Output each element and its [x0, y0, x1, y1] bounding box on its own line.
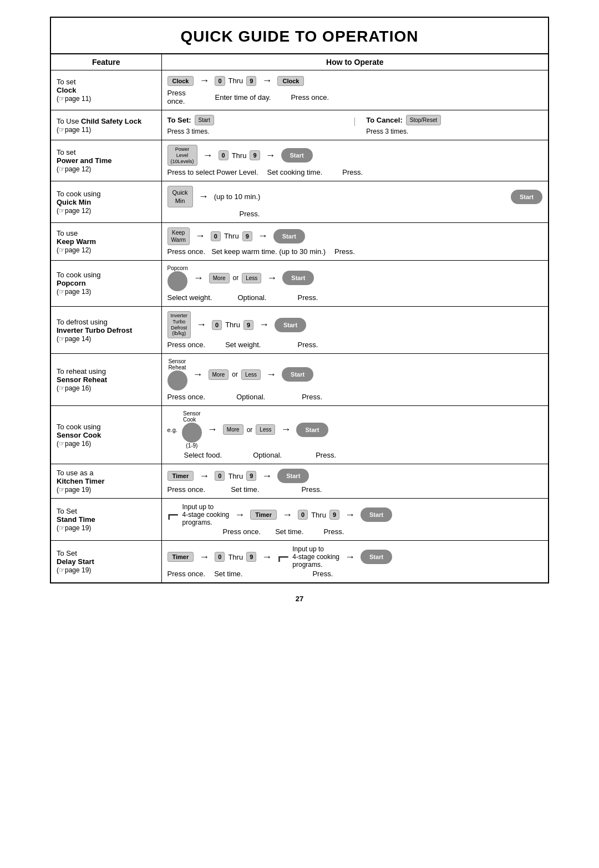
clock-button-1[interactable]: Clock	[167, 76, 194, 86]
start-button-stand[interactable]: Start	[361, 507, 392, 522]
timer-button-delay[interactable]: Timer	[167, 552, 194, 562]
optional-popcorn: Optional.	[237, 293, 266, 302]
zero-box-warm: 0	[211, 231, 221, 241]
feature-name-inverter: Inverter Turbo Defrost	[57, 326, 132, 334]
or-text-cook: or	[247, 426, 253, 434]
sensor-cook-label: SensorCook	[183, 410, 201, 423]
arrow-icon-delay3: →	[345, 551, 355, 563]
press-once-warm: Press once.	[167, 247, 206, 256]
kitchen-timer-line: Timer → 0 Thru 9 → Start	[167, 469, 543, 483]
less-button-reheat[interactable]: Less	[241, 369, 261, 380]
sensor-cook-line: e.g. SensorCook (1-9) → More or Less → S…	[167, 410, 543, 449]
page-ref-cook: (☞page 16)	[57, 440, 91, 448]
arrow-icon-2: →	[262, 75, 272, 87]
less-button-cook[interactable]: Less	[256, 424, 275, 435]
press-once-timer: Press once.	[167, 485, 206, 494]
power-time-line: PowerLevel(10Levels) → 0 Thru 9 → Start	[167, 145, 543, 166]
popcorn-button-group: Popcorn	[167, 265, 188, 291]
feature-prefix-child: To Use	[57, 117, 81, 125]
press-power: Press.	[342, 168, 363, 176]
start-button-reheat[interactable]: Start	[282, 367, 313, 382]
feature-name-cook: Sensor Cook	[57, 431, 101, 439]
table-row: To reheat using Sensor Reheat (☞page 16)…	[50, 354, 549, 406]
arrow-icon-reheat2: →	[266, 369, 276, 380]
inverter-button[interactable]: InverterTurboDefrost(lb/kg)	[167, 311, 191, 338]
start-button-popcorn[interactable]: Start	[282, 271, 314, 285]
quick-min-line: QuickMin → (up to 10 min.) Start	[167, 186, 543, 207]
feature-name-clock: Clock	[57, 86, 76, 94]
nine-box-stand: 9	[329, 510, 339, 520]
page-ref-delay: (☞page 19)	[57, 566, 91, 574]
press-once-stand: Press once.	[223, 527, 261, 536]
feature-name-warm: Keep Warm	[57, 237, 96, 246]
clock-button-2[interactable]: Clock	[277, 76, 304, 86]
feature-prefix-inverter: To defrost using	[57, 318, 108, 326]
sensor-reheat-button[interactable]	[167, 370, 187, 390]
start-button-delay[interactable]: Start	[361, 550, 392, 564]
input-up-to-delay: Input up to4-stage cookingprograms.	[292, 545, 339, 568]
thru-text-inverter: Thru	[225, 321, 240, 329]
arrow-icon-timer: →	[199, 470, 209, 482]
start-button-power[interactable]: Start	[281, 148, 313, 163]
press-once-inverter: Press once.	[167, 341, 206, 349]
how-power-time: PowerLevel(10Levels) → 0 Thru 9 → Start …	[161, 140, 549, 181]
popcorn-button[interactable]	[167, 271, 187, 291]
enter-time: Enter time of day.	[215, 93, 271, 101]
col-header-feature: Feature	[50, 54, 161, 70]
how-sensor-cook: e.g. SensorCook (1-9) → More or Less → S…	[161, 406, 549, 464]
quick-min-button[interactable]: QuickMin	[167, 186, 193, 207]
sensor-cook-button[interactable]	[182, 423, 202, 443]
less-button-popcorn[interactable]: Less	[242, 273, 261, 283]
stand-time-line: ⌐ Input up to4-stage cookingprograms. → …	[167, 503, 543, 526]
page-ref-clock: (☞page 11)	[57, 95, 91, 103]
start-button-warm[interactable]: Start	[273, 229, 305, 243]
arrow-icon-stand3: →	[345, 509, 355, 521]
nine-box-1: 9	[246, 76, 256, 86]
power-level-button[interactable]: PowerLevel(10Levels)	[167, 145, 197, 166]
table-row: To set Clock (☞page 11) Clock → 0 Thru 9…	[50, 70, 549, 110]
popcorn-line: Popcorn → More or Less → Start	[167, 265, 543, 291]
feature-child-lock: To Use Child Safety Lock (☞page 11)	[50, 110, 161, 140]
start-button-child-set[interactable]: Start	[195, 115, 214, 125]
feature-prefix-quick: To cook using	[57, 190, 101, 198]
sensor-reheat-button-group: SensorReheat	[167, 358, 187, 390]
thru-text-1: Thru	[229, 77, 243, 85]
timer-button-stand[interactable]: Timer	[250, 510, 277, 520]
to-set-label: To Set:	[167, 116, 191, 124]
start-button-timer[interactable]: Start	[277, 469, 309, 483]
child-lock-cancel-line: To Cancel: Stop/Reset	[366, 115, 542, 125]
child-lock-set: To Set: Start Press 3 times.	[167, 115, 344, 135]
press-select: Press to select Power Level.	[167, 168, 258, 176]
feature-prefix-delay: To Set	[57, 549, 77, 557]
arrow-icon-inverter: →	[196, 319, 206, 331]
up-to-10: (up to 10 min.)	[214, 192, 261, 201]
feature-name-power: Power and Time	[57, 156, 111, 165]
sensor-cook-range: (1-9)	[186, 443, 197, 449]
optional-cook: Optional.	[253, 451, 282, 459]
feature-name-reheat: Sensor Reheat	[57, 375, 107, 384]
thru-text-warm: Thru	[224, 232, 239, 240]
more-button-cook[interactable]: More	[223, 424, 243, 435]
start-button-quick[interactable]: Start	[511, 190, 542, 204]
feature-stand-time: To Set Stand Time (☞page 19)	[50, 499, 161, 541]
keep-warm-button[interactable]: KeepWarm	[167, 227, 190, 245]
more-button-popcorn[interactable]: More	[209, 273, 230, 283]
start-button-cook[interactable]: Start	[296, 423, 328, 437]
timer-button-kitchen[interactable]: Timer	[167, 471, 194, 481]
start-button-inverter[interactable]: Start	[275, 318, 306, 332]
feature-prefix-timer: To use as a	[57, 469, 94, 477]
table-row: To Set Stand Time (☞page 19) ⌐ Input up …	[50, 499, 549, 541]
how-stand-time: ⌐ Input up to4-stage cookingprograms. → …	[161, 499, 549, 541]
optional-reheat: Optional.	[236, 393, 265, 401]
press-timer: Press.	[301, 485, 322, 494]
feature-prefix-popcorn: To cook using	[57, 271, 101, 279]
stop-reset-button[interactable]: Stop/Reset	[406, 115, 441, 125]
table-row: To defrost using Inverter Turbo Defrost …	[50, 306, 549, 353]
how-popcorn: Popcorn → More or Less → Start Select we…	[161, 260, 549, 306]
press-warm: Press.	[334, 247, 355, 256]
table-row: To set Power and Time (☞page 12) PowerLe…	[50, 140, 549, 181]
feature-prefix-reheat: To reheat using	[57, 367, 106, 375]
feature-inverter: To defrost using Inverter Turbo Defrost …	[50, 306, 161, 353]
zero-box-delay: 0	[215, 552, 225, 562]
more-button-reheat[interactable]: More	[209, 369, 229, 380]
